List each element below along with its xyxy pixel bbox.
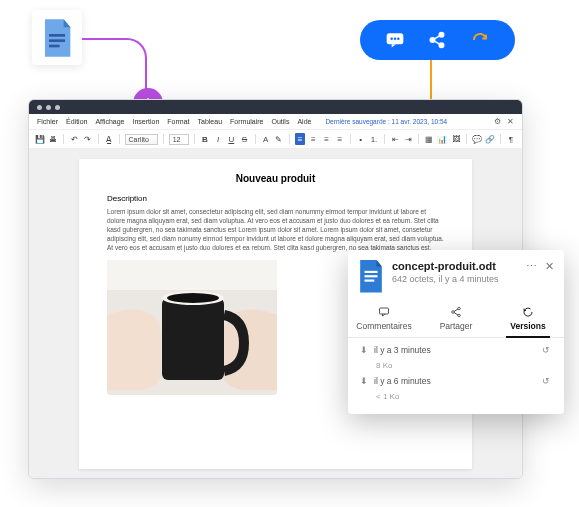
- menu-form[interactable]: Formulaire: [230, 118, 263, 125]
- file-meta: 642 octets, il y a 4 minutes: [392, 274, 518, 284]
- menu-table[interactable]: Tableau: [198, 118, 223, 125]
- svg-point-5: [394, 38, 397, 41]
- close-icon[interactable]: ✕: [507, 117, 514, 126]
- redo-icon[interactable]: ↷: [82, 133, 92, 145]
- file-popover: concept-produit.odt 642 octets, il y a 4…: [348, 250, 564, 414]
- window-titlebar: [29, 100, 522, 114]
- menu-view[interactable]: Affichage: [95, 118, 124, 125]
- align-left-icon[interactable]: ≡: [295, 133, 306, 145]
- svg-rect-1: [49, 39, 65, 42]
- svg-point-6: [397, 38, 400, 41]
- share-tab-icon: [450, 306, 462, 318]
- section-label: Description: [107, 194, 444, 203]
- svg-point-8: [431, 38, 436, 43]
- file-name: concept-produit.odt: [392, 260, 518, 272]
- paragraph: Lorem ipsum dolor sit amet, consectetur …: [107, 207, 444, 252]
- format-marks-icon[interactable]: ¶: [506, 133, 516, 145]
- save-icon[interactable]: 💾: [35, 133, 45, 145]
- version-size: < 1 Ko: [348, 389, 564, 404]
- svg-point-9: [440, 43, 445, 48]
- version-row[interactable]: ⬇ il y a 3 minutes ↺: [348, 342, 564, 358]
- underline-icon[interactable]: U: [226, 133, 236, 145]
- align-justify-icon[interactable]: ≡: [335, 133, 345, 145]
- download-icon[interactable]: ⬇: [360, 376, 368, 386]
- menu-help[interactable]: Aide: [297, 118, 311, 125]
- settings-icon[interactable]: ⚙: [494, 117, 501, 126]
- document-file-icon: [32, 10, 82, 65]
- align-right-icon[interactable]: ≡: [321, 133, 331, 145]
- revert-icon[interactable]: ↺: [542, 376, 552, 386]
- svg-rect-0: [49, 34, 65, 37]
- share-icon[interactable]: [427, 30, 447, 50]
- svg-rect-18: [365, 275, 378, 277]
- menu-insert[interactable]: Insertion: [132, 118, 159, 125]
- svg-rect-14: [162, 298, 224, 380]
- svg-point-4: [391, 38, 394, 41]
- comments-tab-icon: [378, 306, 390, 318]
- strike-icon[interactable]: S: [239, 133, 249, 145]
- menubar: Fichier Édition Affichage Insertion Form…: [29, 114, 522, 130]
- product-image: [107, 260, 277, 395]
- insert-chart-icon[interactable]: 📊: [437, 133, 447, 145]
- doc-title: Nouveau produit: [107, 173, 444, 184]
- svg-rect-13: [107, 260, 277, 290]
- last-save-info: Dernière sauvegarde : 11 avr. 2023, 10:5…: [325, 118, 447, 125]
- indent-dec-icon[interactable]: ⇤: [390, 133, 400, 145]
- svg-rect-17: [365, 271, 378, 273]
- print-icon[interactable]: 🖶: [48, 133, 58, 145]
- insert-comment-icon[interactable]: 💬: [472, 133, 482, 145]
- svg-line-10: [435, 36, 440, 39]
- revert-icon[interactable]: ↺: [542, 345, 552, 355]
- download-icon[interactable]: ⬇: [360, 345, 368, 355]
- svg-rect-20: [380, 308, 389, 314]
- font-selector[interactable]: Carlito: [125, 134, 158, 145]
- version-list: ⬇ il y a 3 minutes ↺ 8 Ko ⬇ il y a 6 min…: [348, 338, 564, 414]
- version-size: 8 Ko: [348, 358, 564, 373]
- odt-file-icon: [358, 260, 384, 292]
- paragraph-style-icon[interactable]: A̲: [104, 133, 114, 145]
- insert-table-icon[interactable]: ▦: [424, 133, 434, 145]
- svg-rect-19: [365, 280, 375, 282]
- popover-tabs: Commentaires Partager Versions: [348, 298, 564, 338]
- font-size-selector[interactable]: 12: [169, 134, 189, 145]
- svg-line-24: [454, 309, 458, 312]
- versions-tab-icon: [522, 306, 534, 318]
- comment-icon[interactable]: [385, 30, 405, 50]
- toolbar: 💾 🖶 ↶ ↷ A̲ Carlito 12 B I U S A ✎ ≡ ≡ ≡ …: [29, 130, 522, 149]
- menu-format[interactable]: Format: [167, 118, 189, 125]
- tab-share[interactable]: Partager: [420, 298, 492, 337]
- align-center-icon[interactable]: ≡: [308, 133, 318, 145]
- refresh-icon[interactable]: [470, 30, 490, 50]
- bullets-icon[interactable]: •: [356, 133, 366, 145]
- svg-line-11: [435, 41, 440, 44]
- undo-icon[interactable]: ↶: [69, 133, 79, 145]
- action-pill: [360, 20, 515, 60]
- font-color-icon[interactable]: A: [260, 133, 270, 145]
- more-icon[interactable]: ⋯: [526, 260, 537, 273]
- svg-line-25: [454, 313, 458, 316]
- tab-versions[interactable]: Versions: [492, 298, 564, 337]
- popover-close-icon[interactable]: ✕: [545, 260, 554, 273]
- version-row[interactable]: ⬇ il y a 6 minutes ↺: [348, 373, 564, 389]
- svg-point-16: [167, 293, 219, 303]
- indent-inc-icon[interactable]: ⇥: [403, 133, 413, 145]
- bold-icon[interactable]: B: [200, 133, 210, 145]
- highlight-icon[interactable]: ✎: [274, 133, 284, 145]
- menu-edit[interactable]: Édition: [66, 118, 87, 125]
- svg-rect-2: [49, 44, 60, 47]
- italic-icon[interactable]: I: [213, 133, 223, 145]
- tab-comments[interactable]: Commentaires: [348, 298, 420, 337]
- insert-link-icon[interactable]: 🔗: [485, 133, 495, 145]
- numbering-icon[interactable]: 1.: [369, 133, 379, 145]
- menu-file[interactable]: Fichier: [37, 118, 58, 125]
- insert-image-icon[interactable]: 🖼: [451, 133, 461, 145]
- menu-tools[interactable]: Outils: [272, 118, 290, 125]
- svg-point-7: [440, 33, 445, 38]
